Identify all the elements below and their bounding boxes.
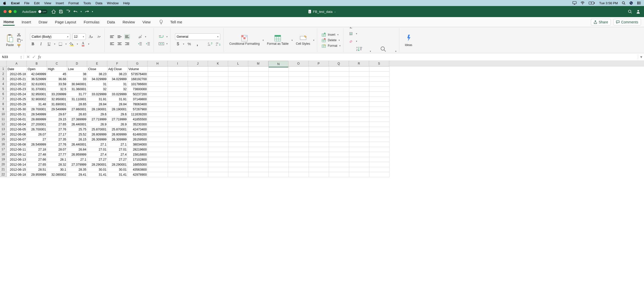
menu-file[interactable]: File	[24, 1, 29, 5]
cell-C21[interactable]: 30.1	[47, 167, 67, 172]
cell-P9[interactable]	[309, 107, 329, 112]
cell-L4[interactable]	[228, 82, 248, 87]
align-bottom-button[interactable]	[124, 34, 130, 39]
row-header-22[interactable]: 22	[0, 172, 7, 177]
cell-N15[interactable]	[269, 137, 289, 142]
cell-K12[interactable]	[208, 122, 228, 127]
cell-L16[interactable]	[228, 142, 248, 147]
cell-H4[interactable]	[148, 82, 168, 87]
cell-H15[interactable]	[148, 137, 168, 142]
row-header-9[interactable]: 9	[0, 107, 7, 112]
cell-I18[interactable]	[168, 152, 188, 157]
cell-B11[interactable]: 28.889999	[27, 117, 47, 122]
cell-Q3[interactable]	[329, 77, 349, 82]
cell-A8[interactable]: 2012-05-29	[7, 102, 27, 107]
cell-N16[interactable]	[269, 142, 289, 147]
cell-F6[interactable]: 33.029999	[108, 92, 128, 97]
cell-G7[interactable]: 37149800	[128, 97, 148, 102]
cell-N4[interactable]	[269, 82, 289, 87]
tab-page-layout[interactable]: Page Layout	[54, 19, 77, 25]
cell-Q1[interactable]	[329, 67, 349, 72]
cell-L9[interactable]	[228, 107, 248, 112]
paste-button[interactable]: Paste	[5, 33, 15, 47]
cell-K6[interactable]	[208, 92, 228, 97]
cell-A17[interactable]: 2012-06-11	[7, 147, 27, 152]
cell-A21[interactable]: 2012-06-15	[7, 167, 27, 172]
cell-A22[interactable]: 2012-06-18	[7, 172, 27, 177]
cell-P4[interactable]	[309, 82, 329, 87]
cell-S22[interactable]	[369, 172, 389, 177]
decrease-indent-button[interactable]	[137, 41, 143, 47]
cell-R13[interactable]	[349, 127, 369, 132]
cell-S5[interactable]	[369, 87, 389, 92]
cell-M16[interactable]	[248, 142, 269, 147]
cell-O10[interactable]	[289, 112, 309, 117]
apple-menu-icon[interactable]	[3, 1, 7, 5]
cell-E10[interactable]: 29.6	[87, 112, 108, 117]
cell-N20[interactable]	[269, 162, 289, 167]
cell-E5[interactable]: 32	[87, 87, 108, 92]
cell-F11[interactable]: 27.719999	[108, 117, 128, 122]
cell-L12[interactable]	[228, 122, 248, 127]
cell-I21[interactable]	[168, 167, 188, 172]
cell-R16[interactable]	[349, 142, 369, 147]
column-header-P[interactable]: P	[309, 61, 329, 66]
cell-P6[interactable]	[309, 92, 329, 97]
row-header-18[interactable]: 18	[0, 152, 7, 157]
cell-J4[interactable]	[188, 82, 208, 87]
copy-icon[interactable]: ▾	[17, 38, 23, 42]
save-icon[interactable]	[59, 10, 63, 14]
cell-O7[interactable]	[289, 97, 309, 102]
document-dropdown[interactable]: ⌄	[334, 10, 336, 13]
cell-E8[interactable]: 28.84	[87, 102, 108, 107]
cell-L15[interactable]	[228, 137, 248, 142]
cell-R18[interactable]	[349, 152, 369, 157]
cell-C6[interactable]: 33.209999	[47, 92, 67, 97]
cell-K7[interactable]	[208, 97, 228, 102]
row-header-20[interactable]: 20	[0, 162, 7, 167]
cell-C4[interactable]: 33.59	[47, 82, 67, 87]
cell-D10[interactable]: 26.83	[67, 112, 87, 117]
cell-E18[interactable]: 27.4	[87, 152, 108, 157]
cell-C14[interactable]: 27.17	[47, 132, 67, 137]
cell-E17[interactable]: 27.01	[87, 147, 108, 152]
cell-C5[interactable]: 32.5	[47, 87, 67, 92]
cell-J20[interactable]	[188, 162, 208, 167]
cell-O13[interactable]	[289, 127, 309, 132]
cell-E3[interactable]: 34.029999	[87, 77, 108, 82]
cell-B6[interactable]: 32.950001	[27, 92, 47, 97]
cell-A12[interactable]: 2012-06-04	[7, 122, 27, 127]
sort-filter-button[interactable]: AZ Sort & Filter	[350, 45, 368, 53]
cell-R6[interactable]	[349, 92, 369, 97]
increase-decimal-button[interactable]: .0.00	[207, 41, 213, 47]
cell-R11[interactable]	[349, 117, 369, 122]
undo-icon[interactable]	[74, 10, 78, 13]
cell-I2[interactable]	[168, 72, 188, 77]
cell-L14[interactable]	[228, 132, 248, 137]
cell-K5[interactable]	[208, 87, 228, 92]
cell-A9[interactable]: 2012-05-30	[7, 107, 27, 112]
align-right-button[interactable]	[124, 41, 130, 46]
cell-J21[interactable]	[188, 167, 208, 172]
cell-R9[interactable]	[349, 107, 369, 112]
cell-O19[interactable]	[289, 157, 309, 162]
cell-F19[interactable]: 27.27	[108, 157, 128, 162]
cell-R22[interactable]	[349, 172, 369, 177]
cell-A11[interactable]: 2012-06-01	[7, 117, 27, 122]
cell-Q22[interactable]	[329, 172, 349, 177]
column-header-H[interactable]: H	[148, 61, 168, 66]
cell-J18[interactable]	[188, 152, 208, 157]
cell-O1[interactable]	[289, 67, 309, 72]
cell-C20[interactable]: 28.32	[47, 162, 67, 167]
cell-M13[interactable]	[248, 127, 269, 132]
cell-P11[interactable]	[309, 117, 329, 122]
qat-customize-dropdown[interactable]: ▾	[92, 10, 93, 13]
menu-window[interactable]: Window	[107, 1, 119, 5]
cell-S19[interactable]	[369, 157, 389, 162]
row-header-12[interactable]: 12	[0, 122, 7, 127]
cell-S18[interactable]	[369, 152, 389, 157]
cell-J1[interactable]	[188, 67, 208, 72]
cell-Q15[interactable]	[329, 137, 349, 142]
cell-M11[interactable]	[248, 117, 269, 122]
cell-G9[interactable]: 57267900	[128, 107, 148, 112]
